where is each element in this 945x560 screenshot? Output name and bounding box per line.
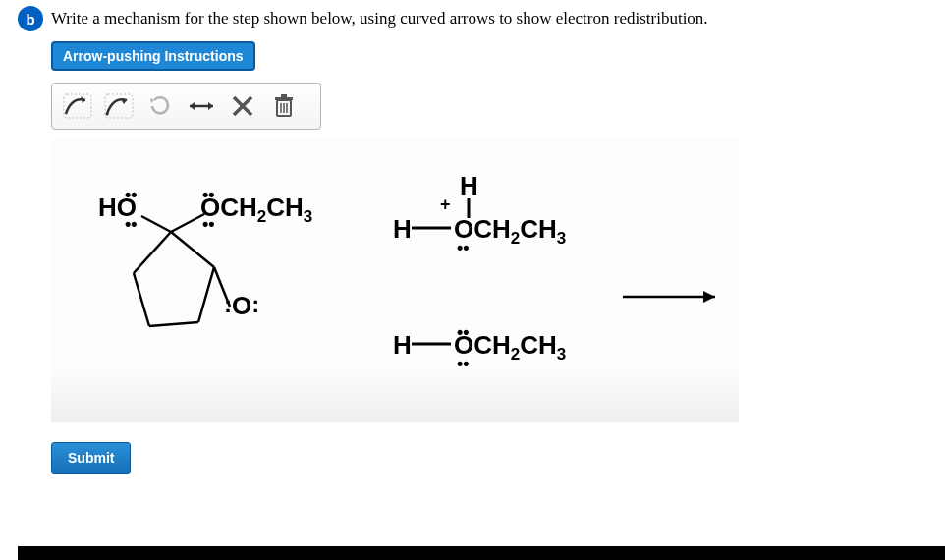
svg-rect-1 — [105, 94, 133, 118]
svg-point-2 — [106, 113, 109, 116]
delete-tool[interactable] — [223, 88, 262, 124]
left-ho-lonepair-top: •• — [125, 185, 138, 205]
mechanism-canvas[interactable]: HO •• •• OCH2CH3 •• •• :O: H H + OCH2CH3… — [51, 138, 739, 422]
arrow-pushing-instructions-button[interactable]: Arrow-pushing Instructions — [51, 41, 255, 71]
trash-tool[interactable] — [264, 88, 304, 124]
right-och2ch3-a-label: OCH2CH3 — [454, 214, 566, 249]
submit-button[interactable]: Submit — [51, 442, 131, 474]
svg-rect-10 — [275, 97, 293, 100]
right-b-lonepair-bottom: •• — [457, 354, 470, 374]
question-text: Write a mechanism for the step shown bel… — [51, 9, 708, 28]
svg-line-12 — [141, 216, 171, 232]
svg-line-18 — [149, 322, 198, 326]
right-h-left-b: H — [393, 330, 412, 361]
footer-bar — [18, 546, 945, 560]
curved-arrow-single-tool[interactable] — [58, 88, 97, 124]
svg-rect-0 — [64, 94, 91, 118]
svg-rect-11 — [281, 94, 287, 97]
left-och2ch3-label: OCH2CH3 — [200, 193, 312, 227]
right-a-lonepair-bottom: •• — [457, 238, 470, 258]
left-o-label: :O: — [224, 291, 259, 321]
left-oeth-lonepair-top: •• — [202, 185, 215, 205]
drawing-toolbar — [51, 83, 321, 130]
svg-line-14 — [134, 232, 171, 273]
right-h-left-a: H — [393, 214, 412, 245]
resonance-arrow-tool[interactable] — [182, 88, 221, 124]
reaction-arrow-icon — [621, 285, 729, 308]
right-b-lonepair-top: •• — [457, 322, 470, 343]
redo-tool — [140, 88, 180, 124]
right-och2ch3-b-label: OCH2CH3 — [454, 330, 566, 364]
curved-arrow-half-tool[interactable] — [99, 88, 139, 124]
right-h-top-label: H — [460, 171, 478, 201]
left-oeth-lonepair-bottom: •• — [202, 214, 215, 235]
svg-line-16 — [134, 273, 149, 326]
part-badge: b — [18, 6, 43, 31]
right-plus-label: + — [440, 195, 451, 215]
svg-line-17 — [198, 267, 214, 322]
svg-line-13 — [171, 214, 204, 232]
left-ho-lonepair-bottom: •• — [125, 214, 138, 235]
svg-line-15 — [171, 232, 214, 267]
